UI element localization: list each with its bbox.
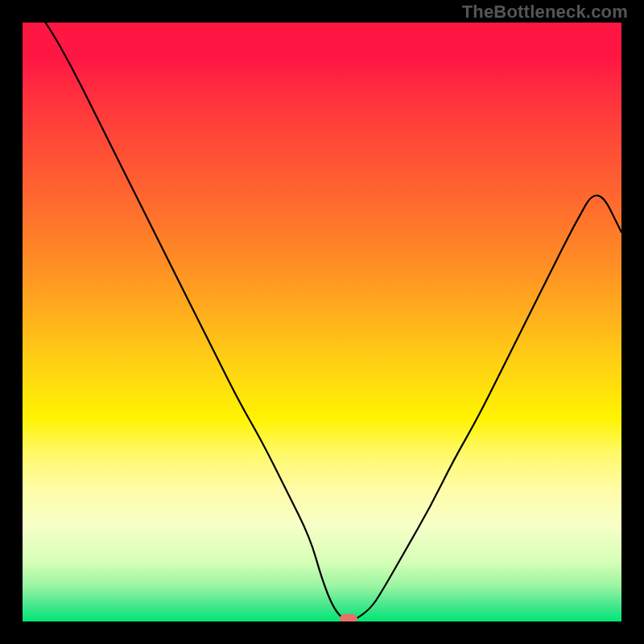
plot-area (23, 23, 621, 621)
watermark-text: TheBottleneck.com (462, 2, 628, 23)
chart-frame: TheBottleneck.com (0, 0, 644, 644)
curve-path (23, 23, 621, 621)
optimum-marker (340, 614, 357, 622)
bottleneck-curve (23, 23, 621, 621)
